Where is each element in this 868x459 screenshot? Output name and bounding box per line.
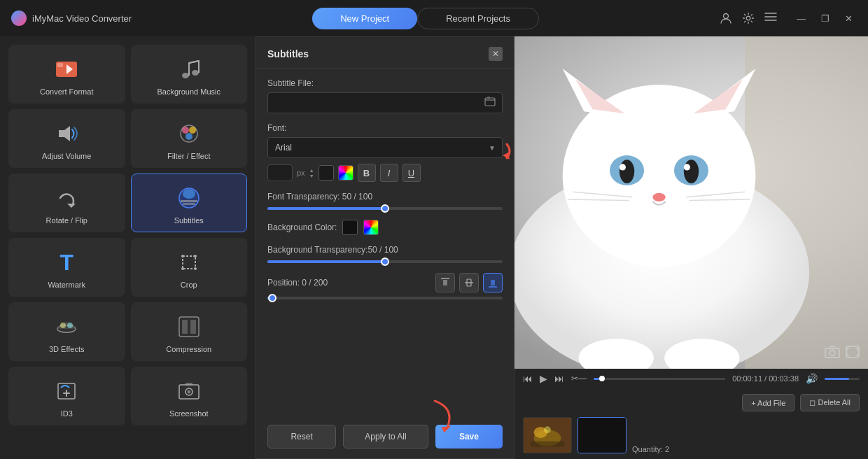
svg-point-62 <box>684 160 699 183</box>
dialog-content: Subtitle File: Font: ArialTimes New Roma… <box>256 69 514 418</box>
sidebar-item-filter-effect[interactable]: Filter / Effect <box>131 109 248 168</box>
reset-button[interactable]: Reset <box>267 425 336 449</box>
sidebar-item-3d-effects[interactable]: 3D Effects <box>8 302 125 361</box>
font-label: Font: <box>267 123 503 133</box>
spinner-down-icon[interactable]: ▼ <box>309 174 314 178</box>
align-center-button[interactable] <box>459 273 479 292</box>
font-select[interactable]: ArialTimes New RomanHelvetica <box>267 137 503 158</box>
dialog-close-button[interactable]: ✕ <box>489 47 503 61</box>
position-slider[interactable] <box>267 297 503 299</box>
preview-panel: ⏮ ▶ ⏭ ✂— 00:00:11 / 00:03:38 🔊 + Add Fil… <box>514 36 868 459</box>
fullscreen-icon[interactable] <box>846 346 860 362</box>
align-bottom-button[interactable] <box>483 273 503 292</box>
svg-point-13 <box>182 127 189 134</box>
titlebar-tabs: New Project Recent Projects <box>312 8 539 29</box>
svg-point-25 <box>181 267 184 270</box>
svg-point-26 <box>194 267 197 270</box>
font-transparency-slider[interactable] <box>267 207 503 210</box>
bg-color-label: Background Color: <box>267 223 337 232</box>
new-project-tab[interactable]: New Project <box>312 8 417 29</box>
font-transparency-section: Font Transparency: 50 / 100 <box>267 192 503 210</box>
preview-icons <box>825 346 860 362</box>
camera-icon[interactable] <box>825 346 840 362</box>
thumbnail-dark[interactable] <box>578 417 626 453</box>
compression-icon <box>175 313 203 341</box>
align-top-button[interactable] <box>435 273 455 292</box>
italic-button[interactable]: I <box>380 164 398 182</box>
bg-transparency-slider[interactable] <box>267 260 503 263</box>
app-logo <box>11 10 27 26</box>
apply-to-all-button[interactable]: Apply to All <box>343 425 428 449</box>
subtitle-file-input[interactable] <box>274 93 484 113</box>
subtitle-file-row: Subtitle File: <box>267 78 503 113</box>
restore-button[interactable]: ❐ <box>817 12 834 25</box>
font-controls-row: 10 px ▲ ▼ B I U <box>267 164 503 182</box>
svg-point-9 <box>192 70 199 76</box>
sidebar-item-background-music[interactable]: Background Music <box>131 45 248 104</box>
watermark-icon: T <box>52 248 80 276</box>
font-color-swatch[interactable] <box>318 165 334 181</box>
id3-label: ID3 <box>61 409 73 418</box>
file-browse-icon[interactable] <box>484 95 496 111</box>
thumbnail-food[interactable] <box>523 417 572 453</box>
skip-back-button[interactable]: ⏮ <box>523 373 533 384</box>
svg-point-63 <box>620 164 626 170</box>
svg-point-40 <box>187 390 190 394</box>
volume-slider[interactable] <box>825 378 860 380</box>
progress-bar[interactable] <box>594 378 725 380</box>
bg-color-swatch[interactable] <box>342 220 358 235</box>
sidebar-item-screenshot[interactable]: Screenshot <box>131 367 248 425</box>
play-button[interactable]: ▶ <box>540 373 547 384</box>
skip-forward-button[interactable]: ⏭ <box>554 373 564 384</box>
gear-icon[interactable] <box>742 12 755 24</box>
spinner-up-icon[interactable]: ▲ <box>309 168 314 173</box>
sidebar-item-crop[interactable]: Crop <box>131 238 248 297</box>
video-controls: ⏮ ▶ ⏭ ✂— 00:00:11 / 00:03:38 🔊 <box>514 369 868 388</box>
svg-rect-38 <box>186 383 192 386</box>
bold-button[interactable]: B <box>358 164 376 182</box>
convert-format-label: Convert Format <box>40 87 93 96</box>
sidebar-item-watermark[interactable]: T Watermark <box>8 238 125 297</box>
filter-effect-icon <box>175 120 203 148</box>
sidebar-item-compression[interactable]: Compression <box>131 302 248 361</box>
font-size-spinner[interactable]: ▲ ▼ <box>309 168 314 178</box>
svg-point-0 <box>724 14 729 19</box>
compression-label: Compression <box>166 345 211 353</box>
recent-projects-tab[interactable]: Recent Projects <box>417 8 539 29</box>
filter-effect-label: Filter / Effect <box>167 152 211 160</box>
underline-button[interactable]: U <box>402 164 421 182</box>
close-button[interactable]: ✕ <box>841 12 857 25</box>
position-label: Position: 0 / 200 <box>267 278 328 288</box>
3d-effects-label: 3D Effects <box>49 345 85 353</box>
svg-rect-32 <box>182 320 188 334</box>
font-size-input[interactable]: 10 <box>267 164 293 181</box>
3d-effects-icon <box>52 313 80 341</box>
sidebar-item-subtitles[interactable]: Subtitles <box>131 174 248 232</box>
sidebar-item-rotate-flip[interactable]: Rotate / Flip <box>8 174 125 232</box>
bg-rainbow-swatch[interactable] <box>363 220 379 235</box>
menu-icon[interactable] <box>764 12 777 24</box>
svg-point-23 <box>181 255 184 257</box>
font-select-row: ArialTimes New RomanHelvetica ▼ <box>267 137 503 158</box>
sidebar-item-convert-format[interactable]: Convert Format <box>8 45 125 104</box>
svg-rect-21 <box>183 203 195 205</box>
svg-point-24 <box>194 255 197 257</box>
sidebar-item-id3[interactable]: ID3 <box>8 367 125 425</box>
subtitles-dialog: Subtitles ✕ Subtitle File: Font: ArialTi… <box>255 36 514 459</box>
bg-transparency-label: Background Transparency:50 / 100 <box>267 245 503 255</box>
id3-icon <box>52 377 80 405</box>
rotate-flip-label: Rotate / Flip <box>46 216 88 225</box>
font-rainbow-swatch[interactable] <box>338 165 354 181</box>
scissors-button[interactable]: ✂— <box>571 374 587 383</box>
tray-items-row: Quantity: 2 <box>523 417 860 453</box>
delete-all-button[interactable]: ◻ Delete All <box>800 394 860 411</box>
person-icon[interactable] <box>720 12 732 24</box>
volume-icon[interactable]: 🔊 <box>806 373 818 384</box>
svg-point-61 <box>620 160 634 183</box>
subtitle-file-input-row <box>267 92 503 113</box>
add-file-button[interactable]: + Add File <box>742 394 794 411</box>
minimize-button[interactable]: — <box>792 12 810 25</box>
titlebar: iMyMac Video Converter New Project Recen… <box>0 0 868 36</box>
sidebar-item-adjust-volume[interactable]: Adjust Volume <box>8 109 125 168</box>
save-button[interactable]: Save <box>435 425 503 449</box>
